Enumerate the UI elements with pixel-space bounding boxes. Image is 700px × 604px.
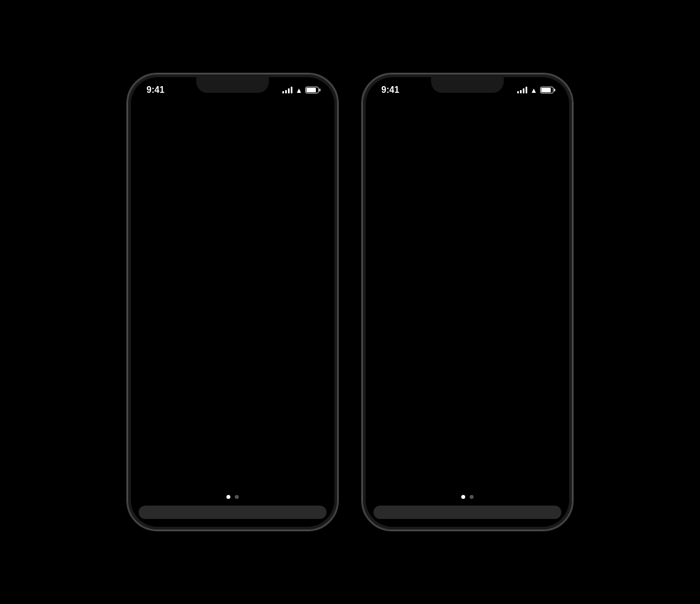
app-grid xyxy=(131,100,334,490)
dot-active xyxy=(461,495,465,499)
battery-icon xyxy=(540,87,554,93)
wifi-icon: ▲ xyxy=(295,86,302,95)
notch xyxy=(196,77,269,93)
app-grid xyxy=(366,100,569,490)
page-dots xyxy=(366,490,569,503)
phone-1: 9:41 ▲ xyxy=(126,73,339,531)
notch xyxy=(431,77,504,93)
wifi-icon: ▲ xyxy=(530,86,537,95)
status-icons: ▲ xyxy=(282,86,319,95)
dot-inactive xyxy=(235,495,239,499)
signal-icon xyxy=(282,87,292,93)
battery-icon xyxy=(305,87,319,93)
dot-active xyxy=(226,495,230,499)
status-time: 9:41 xyxy=(146,85,164,95)
page-dots xyxy=(131,490,334,503)
signal-icon xyxy=(517,87,527,93)
phone-2: 9:41 ▲ xyxy=(361,73,574,531)
status-time: 9:41 xyxy=(381,85,399,95)
dot-inactive xyxy=(470,495,474,499)
dock xyxy=(373,506,561,519)
status-icons: ▲ xyxy=(517,86,554,95)
dock xyxy=(139,506,327,519)
